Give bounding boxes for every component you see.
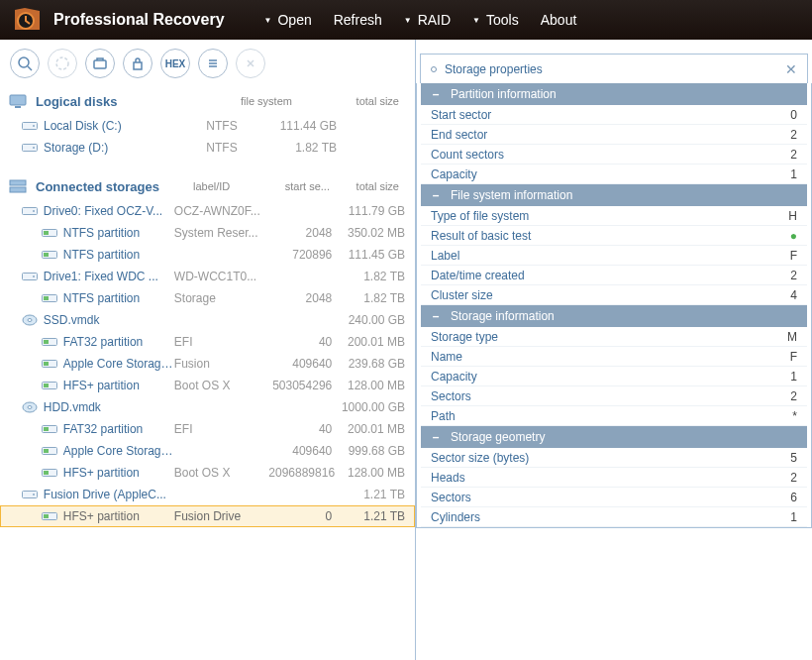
scan-button[interactable] — [10, 49, 40, 78]
svg-rect-19 — [22, 208, 37, 215]
menu-tools[interactable]: ▼Tools — [472, 12, 519, 28]
caret-down-icon: ▼ — [404, 16, 412, 25]
partition-name: FAT32 partition — [63, 422, 174, 436]
partition-icon — [40, 290, 59, 306]
properties-tab[interactable]: Storage properties ✕ — [420, 54, 808, 83]
logical-disk-row[interactable]: Storage (D:)NTFS1.82 TB — [0, 137, 415, 159]
partition-row[interactable]: NTFS partitionSystem Reser...2048350.02 … — [0, 222, 415, 244]
property-group-header[interactable]: –Storage geometry — [421, 426, 807, 448]
storage-row[interactable]: Drive0: Fixed OCZ-V...OCZ-AWNZ0F...111.7… — [0, 200, 415, 222]
close-tab-button[interactable]: ✕ — [785, 61, 797, 77]
menu-raid[interactable]: ▼RAID — [404, 12, 451, 28]
property-value: F — [787, 350, 797, 364]
app-title: Professional Recovery — [53, 11, 225, 29]
property-row: Sectors2 — [421, 386, 807, 406]
partition-start: 2048 — [268, 226, 338, 240]
partition-row[interactable]: HFS+ partitionFusion Drive01.21 TB — [0, 505, 415, 527]
menu-about[interactable]: About — [541, 12, 577, 28]
drive-icon — [20, 203, 40, 219]
svg-rect-44 — [44, 471, 49, 475]
group-title: Storage geometry — [451, 430, 545, 444]
disk-name: Storage (D:) — [44, 141, 174, 155]
partition-row[interactable]: NTFS partition720896111.45 GB — [0, 244, 415, 266]
property-value: ● — [787, 229, 797, 243]
property-name: Capacity — [431, 167, 787, 181]
resume-scan-button[interactable] — [48, 49, 77, 78]
property-group-header[interactable]: –File system information — [421, 184, 807, 206]
partition-start: 0 — [268, 509, 338, 523]
list-button[interactable] — [198, 49, 228, 78]
partition-row[interactable]: HFS+ partitionBoot OS X503054296128.00 M… — [0, 375, 415, 396]
partition-name: HFS+ partition — [63, 509, 174, 523]
property-name: Type of file system — [431, 209, 787, 223]
partition-size: 350.02 MB — [338, 226, 409, 240]
col-startsector: start se... — [266, 180, 336, 192]
storage-label: OCZ-AWNZ0F... — [174, 204, 269, 218]
storage-tree-pane: HEX Logical disks file system total size… — [0, 40, 416, 660]
svg-rect-25 — [22, 274, 37, 280]
partition-row[interactable]: HFS+ partitionBoot OS X2096889816128.00 … — [0, 462, 415, 484]
partition-start: 2096889816 — [268, 466, 338, 480]
svg-point-3 — [56, 57, 68, 69]
svg-rect-48 — [44, 514, 49, 518]
monitor-icon — [8, 93, 28, 109]
partition-label: Boot OS X — [174, 379, 269, 392]
storage-row[interactable]: SSD.vmdk240.00 GB — [0, 309, 415, 331]
property-value: 6 — [787, 491, 797, 504]
menu-refresh[interactable]: Refresh — [334, 12, 382, 28]
property-value: 4 — [787, 288, 797, 302]
svg-rect-36 — [44, 384, 49, 387]
svg-rect-4 — [94, 60, 106, 68]
property-name: Sector size (bytes) — [431, 451, 787, 465]
property-name: Count sectors — [431, 148, 787, 162]
partition-size: 128.00 MB — [338, 466, 409, 480]
partition-row[interactable]: Apple Core Storage...409640999.68 GB — [0, 440, 415, 462]
property-group-header[interactable]: –Partition information — [421, 83, 807, 105]
partition-row[interactable]: FAT32 partitionEFI40200.01 MB — [0, 331, 415, 353]
storage-row[interactable]: HDD.vmdk1000.00 GB — [0, 396, 415, 418]
disk-size: 1.82 TB — [269, 141, 341, 155]
storage-size: 111.79 GB — [338, 204, 409, 218]
close-button[interactable] — [236, 49, 265, 78]
property-row: LabelF — [421, 246, 807, 266]
collapse-icon: – — [431, 309, 441, 323]
partition-start: 409640 — [268, 444, 338, 458]
partition-icon — [40, 508, 59, 524]
svg-point-20 — [33, 210, 35, 212]
partition-icon — [40, 465, 59, 481]
storage-row[interactable]: Fusion Drive (AppleC...1.21 TB — [0, 484, 415, 505]
property-name: Cylinders — [431, 510, 787, 524]
property-name: Heads — [431, 471, 787, 485]
partition-size: 128.00 MB — [338, 379, 409, 392]
open-image-button[interactable] — [85, 49, 115, 78]
partition-start: 503054296 — [268, 379, 338, 392]
property-group-header[interactable]: –Storage information — [421, 305, 807, 327]
partition-row[interactable]: NTFS partitionStorage20481.82 TB — [0, 287, 415, 309]
logical-disk-row[interactable]: Local Disk (C:)NTFS111.44 GB — [0, 115, 415, 137]
logical-disks-header: Logical disks file system total size — [0, 87, 415, 115]
property-row: End sector2 — [421, 125, 807, 145]
partition-icon — [40, 334, 59, 350]
property-name: Date/time created — [431, 269, 787, 282]
partition-size: 1.21 TB — [338, 509, 409, 523]
property-row: Heads2 — [421, 468, 807, 488]
svg-point-16 — [33, 147, 35, 149]
hex-view-button[interactable]: HEX — [160, 49, 190, 78]
partition-row[interactable]: Apple Core Storage...Fusion409640239.68 … — [0, 353, 415, 375]
property-value: 2 — [787, 148, 797, 162]
drive-icon — [20, 487, 40, 502]
group-title: File system information — [451, 188, 572, 202]
svg-point-14 — [33, 125, 35, 127]
menu-open[interactable]: ▼Open — [264, 12, 312, 28]
property-row: Cluster size4 — [421, 285, 807, 305]
menu-tools-label: Tools — [486, 12, 519, 28]
partition-name: NTFS partition — [63, 226, 174, 240]
property-row: Cylinders1 — [421, 507, 807, 527]
partition-icon — [40, 443, 59, 459]
storage-row[interactable]: Drive1: Fixed WDC ...WD-WCC1T0...1.82 TB — [0, 266, 415, 287]
caret-down-icon: ▼ — [264, 16, 272, 25]
decrypt-button[interactable] — [123, 49, 152, 78]
partition-name: NTFS partition — [63, 291, 174, 305]
storage-name: Fusion Drive (AppleC... — [44, 488, 174, 501]
partition-row[interactable]: FAT32 partitionEFI40200.01 MB — [0, 418, 415, 440]
